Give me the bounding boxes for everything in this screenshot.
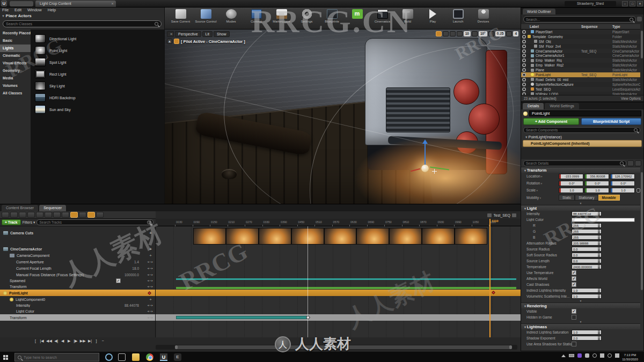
table-row[interactable]: SphereReflectionCaptureSphereReflectionC [521,82,640,87]
menu-file[interactable]: File [2,8,9,13]
sidebar-item-geometry[interactable]: Geometry [0,67,31,75]
checkbox[interactable] [572,276,576,281]
spinner-icon[interactable] [598,336,600,340]
rotation-snap-icon[interactable] [472,31,478,36]
rotate-tool-icon[interactable] [443,31,449,36]
save-icon[interactable] [2,212,9,218]
transport-button[interactable]: ◀| [54,339,58,343]
outliner-search-input[interactable] [526,18,630,21]
taskbar-search-input[interactable] [24,356,96,359]
table-row[interactable]: Test_SEQLevelSequenceAct [521,87,640,92]
close-icon[interactable]: ✕ [637,1,643,6]
sequencer-timeline[interactable]: 1110 [156,226,521,337]
transport-button[interactable]: ◀ [61,339,65,343]
section-lightmass[interactable]: Lightmass [521,323,640,329]
spinner-icon[interactable] [598,259,600,263]
visibility-eye-icon[interactable] [522,68,526,72]
property-value[interactable]: 0.0 [573,254,598,257]
camera-speed-icon[interactable] [506,31,512,36]
add-section-icon[interactable]: + [148,253,155,258]
sidebar-item-basic[interactable]: Basic [0,37,31,45]
camera-speed-value[interactable]: 4 [513,31,518,36]
viewport[interactable]: ≡ Perspective Lit Show 10 10° 0.25 4 ▲ [… [165,29,521,204]
checkbox[interactable] [572,315,576,320]
location-z-value[interactable]: 126.170962 [612,175,634,178]
menu-help[interactable]: Help [48,8,56,13]
task-view-icon[interactable] [118,353,126,361]
lock-icon[interactable] [512,213,516,217]
details-search[interactable] [523,160,626,166]
add-section-icon[interactable]: + [148,247,155,252]
key-navigation[interactable]: ◂ ⬩ ▸ [141,279,155,283]
actor-name-input[interactable] [529,110,641,116]
filters-button[interactable]: Filters ▾ [23,220,35,225]
property-value-field[interactable]: 0.0 [572,247,602,252]
transport-button[interactable]: ▶▶ [80,339,86,343]
spinner-icon[interactable] [598,224,600,227]
edit-icon[interactable] [45,212,52,218]
checkbox[interactable] [572,309,576,314]
epic-games-icon[interactable]: E [174,353,181,361]
range-handle-right[interactable] [509,345,512,349]
property-value[interactable]: 0.0 [573,248,598,251]
display-filter-icon[interactable] [635,160,641,166]
visibility-eye-icon[interactable] [522,58,526,62]
transport-button[interactable]: ] [94,339,99,343]
transport-button[interactable]: − [101,339,105,343]
key-navigation[interactable]: ◂ ⬩ ▸ [141,304,155,307]
scale-x-value[interactable]: 1.0 [561,189,583,192]
details-search-input[interactable] [526,161,620,165]
visibility-eye-icon[interactable] [522,54,526,57]
keyframe-icon[interactable] [492,291,495,294]
start-button[interactable] [0,352,14,362]
sequencer-track-cinecameraactor[interactable]: CineCameraActor+ [0,246,155,252]
placeable-point-light[interactable]: Point Light [35,45,164,56]
toolbar-cinematics-button[interactable]: Cinematics [370,9,395,29]
toolbar-content-button[interactable]: Content [244,9,269,29]
tab-world-outliner[interactable]: World Outliner [523,9,555,14]
place-actors-search[interactable] [3,20,162,27]
place-actors-header[interactable]: Place Actors [2,13,32,19]
viewport-options-icon[interactable]: ≡ [167,31,174,37]
transport-button[interactable]: ▶ [67,339,71,343]
key-navigation[interactable]: ◂ ⬩ ▸ [141,285,155,289]
transport-button[interactable]: ▶| [88,339,92,343]
toolbar-market-button[interactable]: Marketplace [269,9,294,29]
sequencer-track-transform[interactable]: Transform◂ ⬩ ▸ [0,314,155,321]
sidebar-item-cinematic[interactable]: Cinematic [0,52,31,60]
toolbar-devices-button[interactable]: Devices [471,9,496,29]
tab-details[interactable]: Details [523,103,544,109]
transport-button[interactable]: [ [33,339,38,343]
sequencer-track-camera-cuts[interactable]: Camera Cuts+ [0,229,155,237]
key-navigation[interactable]: ◂ ⬩ ▸ [141,273,155,277]
camera-cut-thumbnail[interactable] [226,228,258,244]
property-value[interactable]: 1.0 [573,331,598,334]
toolbar-source-button[interactable]: Source Control [193,9,218,29]
scale-y-field[interactable]: 1.0 [584,188,609,193]
spinner-icon[interactable] [598,235,600,239]
visibility-eye-icon[interactable] [522,73,526,77]
sidebar-item-media[interactable]: Media [0,75,31,82]
breadcrumb-label[interactable]: Test_SEQ [493,213,510,217]
camera-cut-thumbnail[interactable] [455,228,487,244]
add-track-button[interactable]: + Track [2,219,21,225]
scale-snap-value[interactable]: 0.25 [495,31,506,36]
checkbox[interactable] [572,342,576,346]
minimize-icon[interactable]: – [622,1,628,6]
property-value[interactable]: 255 [573,224,598,227]
property-value-field[interactable]: 2.0 [572,336,602,341]
mobility-movable-button[interactable]: Movable [598,195,620,201]
spinner-icon[interactable] [598,241,600,245]
play-options-icon[interactable] [62,212,69,218]
location-x-value[interactable]: -153.0999 [561,175,583,178]
property-value[interactable]: 0.0 [573,260,598,263]
property-value-field[interactable]: 0.0 [572,253,602,257]
outliner-search[interactable] [523,16,636,23]
options-icon[interactable] [96,212,104,218]
pointlight-selected-track[interactable] [156,290,521,296]
search-icon[interactable] [19,212,26,218]
track-value[interactable]: 100000.0 [115,273,141,277]
component-child-selected[interactable]: PointLightComponent (Inherited) [523,140,642,147]
rotation-x-field[interactable]: 0.0° [559,181,583,186]
toolbar-launch-button[interactable]: Launch [445,9,471,29]
